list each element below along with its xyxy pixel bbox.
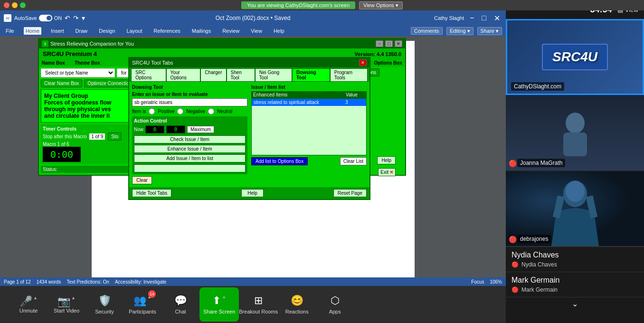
tab-dowsing-tool[interactable]: Dowsing Tool — [292, 68, 330, 82]
window-traffic-lights — [4, 2, 26, 8]
mark-name-sub: Mark Germain — [521, 286, 558, 293]
clear-list-btn[interactable]: Clear List — [340, 157, 367, 165]
tab-help[interactable]: Help — [272, 27, 286, 35]
src4u-close-btn[interactable]: ✕ — [395, 40, 402, 47]
word-status-bar: Page 1 of 12 1434 words Text Predictions… — [0, 277, 506, 286]
maximize-word-btn[interactable]: □ — [480, 14, 488, 22]
accessibility-info: Accessibility: Investigate — [115, 279, 166, 285]
value-header: Value — [346, 92, 365, 97]
chat-button[interactable]: 💬 Chat — [161, 287, 199, 322]
tab-insert[interactable]: Insert — [49, 27, 66, 35]
debra-name: debrajones — [517, 235, 551, 243]
tool-close-btn[interactable]: ✕ — [359, 59, 367, 66]
word-ribbon: File Home Insert Draw Design Layout Refe… — [0, 26, 506, 36]
apps-button[interactable]: ⬡ Apps — [316, 287, 354, 322]
src4u-maximize-btn[interactable]: □ — [385, 40, 393, 47]
editing-btn[interactable]: Editing ▾ — [446, 27, 474, 35]
more-icon[interactable]: ▾ — [82, 14, 85, 22]
add-issue-btn[interactable]: Add Issue / Item to list — [134, 154, 246, 162]
hide-tool-tabs-btn[interactable]: Hide Tool Tabs — [132, 189, 171, 197]
focus-btn[interactable]: Focus — [471, 279, 484, 285]
tool-help-btn[interactable]: Help — [241, 189, 264, 197]
reactions-icon: 😊 — [291, 294, 303, 307]
start-video-button[interactable]: 📷 ▲ Start Video — [47, 287, 85, 322]
autosave-toggle[interactable] — [39, 15, 52, 21]
minimize-word-btn[interactable]: − — [468, 14, 476, 22]
tab-view[interactable]: View — [249, 27, 264, 35]
maximize-traffic-btn[interactable] — [20, 2, 26, 8]
share-chevron-icon: ▲ — [222, 294, 226, 299]
now-value-input[interactable] — [145, 125, 164, 133]
src4u-help-btn[interactable]: Help — [377, 156, 396, 164]
tab-mailings[interactable]: Mailings — [190, 27, 213, 35]
tool-titlebar: SRC4U Tool Tabs ✕ — [129, 58, 369, 67]
issue-input[interactable] — [132, 98, 247, 106]
tab-draw[interactable]: Draw — [74, 27, 90, 35]
word-filename: Oct Zoom (002).docx • Saved — [216, 15, 291, 21]
undo-icon[interactable]: ↶ — [65, 14, 70, 22]
redo-icon[interactable]: ↷ — [73, 14, 79, 22]
max-value-input[interactable] — [166, 125, 185, 133]
share-btn[interactable]: Share ▾ — [477, 27, 502, 35]
word-icon: W — [4, 14, 11, 22]
share-screen-button[interactable]: ⬆ ▲ Share Screen — [199, 287, 239, 322]
tab-home[interactable]: Home — [24, 27, 41, 35]
issue-list-header: Enhanced Items Value — [251, 91, 367, 98]
tab-src-options[interactable]: SRC Options — [131, 68, 166, 82]
enhance-issue-btn[interactable]: Enhance Issue / Item — [134, 145, 246, 153]
close-traffic-btn[interactable] — [4, 2, 9, 8]
clear-field[interactable] — [134, 164, 246, 172]
neutral-radio[interactable] — [208, 108, 214, 114]
tab-review[interactable]: Review — [220, 27, 241, 35]
minimize-traffic-btn[interactable] — [12, 2, 18, 8]
participant-tile-cathy[interactable]: SRC4U CathyDSlaght.com — [506, 19, 644, 95]
tab-charger[interactable]: Charger — [200, 68, 226, 82]
tab-design[interactable]: Design — [97, 27, 117, 35]
share-icon: ⬆ — [212, 294, 221, 307]
participant-tile-joanna[interactable]: 🔴 Joanna MaGrath — [506, 95, 644, 171]
issue-item-0[interactable]: stress related to spiritual attack 3 — [252, 99, 366, 106]
participant-tile-debra[interactable]: 🔴 debrajones — [506, 171, 644, 247]
stop-btn[interactable]: Sto — [108, 133, 122, 141]
add-list-btn[interactable]: Add list to Options Box — [251, 157, 308, 165]
maximum-btn[interactable]: Maximum — [187, 126, 214, 133]
check-issue-btn[interactable]: Check Issue / Item — [134, 135, 246, 143]
security-button[interactable]: 🛡️ Security — [85, 287, 123, 322]
reactions-label: Reactions — [285, 309, 309, 314]
zoom-level: 106% — [490, 279, 502, 285]
scroll-down-arrow[interactable]: ⌄ — [506, 297, 644, 310]
comments-btn[interactable]: Comments — [411, 27, 443, 35]
tab-file[interactable]: File — [4, 27, 16, 35]
participants-label: Participants — [129, 309, 156, 314]
positive-radio[interactable] — [149, 108, 155, 114]
reset-page-btn[interactable]: Reset Page — [333, 189, 367, 197]
src4u-minimize-btn[interactable]: − — [376, 40, 383, 47]
clear-name-btn[interactable]: Clear Name Box — [41, 79, 82, 87]
tab-shen-tool[interactable]: Shen Tool — [227, 68, 255, 82]
optimize-btn[interactable]: Optimize Connection — [84, 79, 135, 87]
breakout-rooms-button[interactable]: ⊞ Breakout Rooms — [239, 287, 278, 322]
tab-nei-gong-tool[interactable]: Nei Gong Tool — [255, 68, 292, 82]
enter-label: Enter an issue or Item to evaluate — [132, 92, 247, 97]
enhanced-items-header: Enhanced Items — [253, 92, 344, 97]
name-select[interactable]: Select or type Name — [41, 68, 115, 77]
reactions-button[interactable]: 😊 Reactions — [278, 287, 316, 322]
negative-radio[interactable] — [177, 108, 183, 114]
close-word-btn[interactable]: ✕ — [492, 14, 502, 23]
participants-badge: 14 — [148, 290, 156, 298]
clear-btn[interactable]: Clear — [132, 176, 152, 184]
tab-program-tools[interactable]: Program Tools — [330, 68, 368, 82]
participants-icon: 👥 — [133, 294, 146, 307]
src4u-exit-btn[interactable]: Exit ✕ — [378, 168, 396, 176]
tab-your-options[interactable]: Your Options — [166, 68, 201, 82]
participants-button[interactable]: 14 👥 ▲ Participants — [123, 287, 161, 322]
view-options-button[interactable]: View Options ▾ — [359, 1, 403, 10]
tab-references[interactable]: References — [152, 27, 182, 35]
tab-layout[interactable]: Layout — [125, 27, 144, 35]
exit-x-icon: ✕ — [389, 170, 393, 175]
joanna-silhouette — [556, 109, 594, 156]
action-buttons: Check Issue / Item Enhance Issue / Item … — [134, 135, 246, 162]
src4u-window-controls: − □ ✕ — [376, 40, 402, 47]
tool-title: SRC4U Tool Tabs — [132, 60, 173, 66]
unmute-button[interactable]: 🎤 ▲ Unmute — [9, 287, 47, 322]
